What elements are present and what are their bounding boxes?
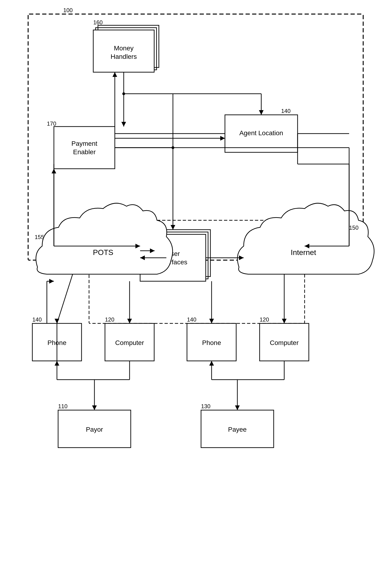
diagram: 100 Money Handlers 160 Payment Enabler 1… [0,0,392,584]
ref-160: 160 [93,19,103,26]
svg-marker-24 [259,110,264,115]
computer-left-label: Computer [115,339,144,346]
svg-marker-31 [220,136,225,140]
svg-marker-53 [209,319,214,324]
ref-140-phone-left: 140 [32,316,42,323]
computer-right-label: Computer [270,339,299,346]
internet-label: Internet [291,248,316,256]
svg-marker-51 [127,319,132,324]
svg-marker-59 [92,406,97,410]
internet-cloud: Internet [237,203,374,274]
svg-line-48 [57,274,73,324]
svg-marker-49 [54,319,59,324]
svg-marker-73 [52,169,56,174]
ref-110: 110 [58,403,68,410]
payment-enabler-label: Payment [72,140,98,147]
svg-marker-65 [235,406,240,410]
svg-marker-29 [170,225,175,230]
payment-enabler-label2: Enabler [73,148,96,156]
svg-marker-61 [54,361,59,366]
ref-100: 100 [63,7,73,13]
ref-170: 170 [47,120,56,127]
money-handlers-label: Money [114,44,134,52]
agent-location-label: Agent Location [240,129,283,137]
money-handlers-label2: Handlers [110,53,137,60]
svg-marker-19 [121,122,126,126]
svg-rect-5 [54,126,115,169]
svg-marker-71 [49,279,54,284]
svg-marker-55 [282,319,286,324]
pots-label: POTS [93,248,113,256]
ref-150: 150 [349,224,358,231]
ref-120-comp-left: 120 [105,316,114,323]
ref-155: 155 [35,234,44,240]
phone-right-label: Phone [202,339,221,346]
ref-130: 130 [201,403,210,410]
payor-label: Payor [86,426,103,433]
ref-120-comp-right: 120 [260,316,269,323]
ref-140-phone-right: 140 [187,316,196,323]
ref-140-agent: 140 [281,108,290,114]
payee-label: Payee [228,426,246,433]
svg-marker-21 [112,72,117,77]
svg-marker-67 [209,361,214,366]
pots-cloud: POTS [36,203,172,274]
